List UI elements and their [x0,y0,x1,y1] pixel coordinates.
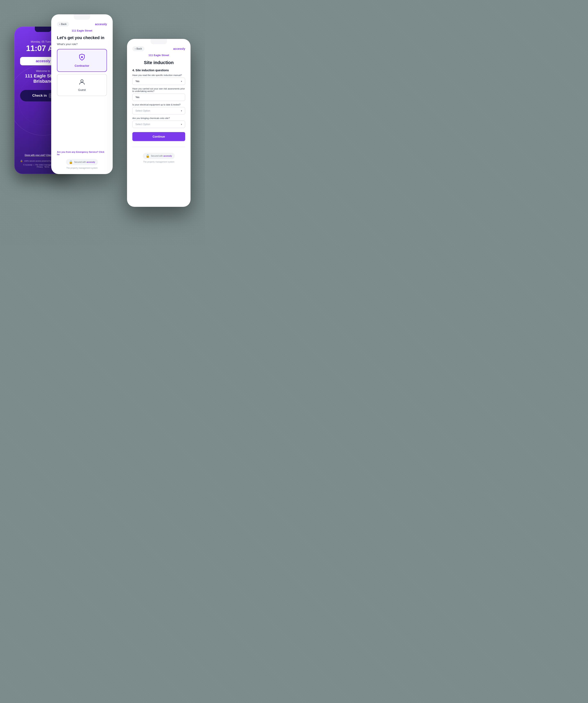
emergency-text: Are you from any Emergency Service? Clic… [57,148,107,156]
continue-label: Continue [153,135,165,138]
card-header: ‹ Back accessly [57,22,107,27]
induction-header: ‹ Back accessly [132,46,185,51]
question-3-select[interactable]: Select Option ▾ [132,107,185,114]
question-1-label: Have you read the site specific inductio… [132,74,185,76]
back-button-right[interactable]: ‹ Back [132,46,144,51]
secure-text: 100% secure access powered by [24,160,51,162]
question-3-label: Is your electrical equipment up to date … [132,103,185,106]
section-heading: 4. Site induction questions [132,69,185,72]
secured-badge-inner: 🔒 Secured with accessly [66,159,98,165]
svg-point-0 [81,56,83,58]
svg-point-1 [81,80,83,82]
middle-location: 111 Eagle Street [57,29,107,32]
back-chevron-icon: ‹ [59,23,60,25]
back-label-right: Back [136,47,142,50]
emergency-static: Are you from any Emergency Service? [57,151,98,153]
lock-icon: 🔒 [20,160,23,162]
notch-right [151,39,167,44]
lock-icon-middle: 🔒 [69,160,73,164]
property-mgmt-text: The property management system [66,167,97,169]
lock-icon-right: 🔒 [146,154,150,158]
secured-text-right: Secured with accessly [151,155,172,157]
secured-badge-right-inner: 🔒 Secured with accessly [143,153,175,159]
right-location: 111 Eagle Street [132,54,185,57]
secured-badge-middle: 🔒 Secured with accessly The property man… [57,159,107,169]
middle-title: Let's get you checked in [57,35,107,40]
notch-purple [35,27,51,32]
question-2-input[interactable]: Yes [132,94,185,101]
back-label: Back [61,23,67,25]
phone-right: ‹ Back accessly 111 Eagle Street Site in… [127,39,191,207]
question-1-value: Yes [135,80,140,83]
chevron-down-icon-3: ▾ [181,109,182,112]
question-3-placeholder: Select Option [135,109,150,112]
question-4-label: Are you bringing chemicals onto site? [132,117,185,120]
role-option-guest[interactable]: Guest [57,74,107,96]
contractor-label: Contractor [75,64,89,67]
guest-icon [78,78,86,87]
secured-badge-right: 🔒 Secured with accessly The property man… [132,153,185,163]
back-chevron-right-icon: ‹ [135,47,136,50]
right-logo: accessly [173,47,185,50]
checkout-text: Done with your visit? [24,154,46,156]
chevron-down-icon-1: ▾ [181,80,182,83]
privacy-link[interactable]: Privacy [37,166,43,168]
question-4-select[interactable]: Select Option ▾ [132,121,185,128]
notch-middle [74,14,90,20]
contractor-icon [78,54,86,63]
induction-title: Site induction [132,60,185,65]
guest-label: Guest [78,88,86,91]
secured-text: Secured with accessly [74,161,95,163]
checkin-label: Check in [32,94,47,98]
question-1-select[interactable]: Yes ▾ [132,78,185,85]
middle-logo: accessly [95,22,107,26]
question-2-value: Yes [135,96,140,99]
terms-link[interactable]: Terms [44,166,49,168]
role-option-contractor[interactable]: Contractor [57,49,107,72]
question-2-label: Have you carried out your own risk asses… [132,87,185,92]
middle-subtitle: What's your role? [57,43,107,46]
property-mgmt-right: The property management system [143,161,174,163]
question-4-placeholder: Select Option [135,123,150,126]
back-button-middle[interactable]: ‹ Back [57,22,69,27]
logo-text: accessly [35,59,50,63]
phone-middle: ‹ Back accessly 111 Eagle Street Let's g… [51,14,113,174]
chevron-down-icon-4: ▾ [181,123,182,126]
continue-button[interactable]: Continue [132,132,185,141]
